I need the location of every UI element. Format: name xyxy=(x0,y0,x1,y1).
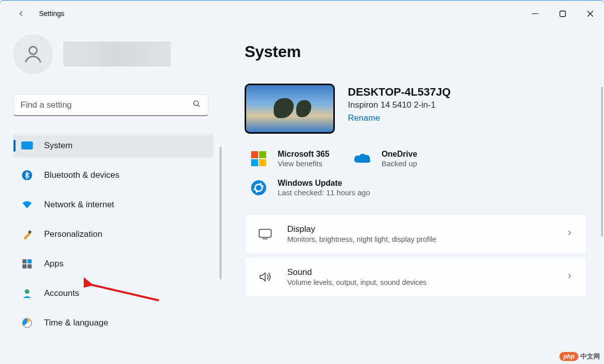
status-onedrive[interactable]: OneDrive Backed up xyxy=(353,150,417,168)
svg-rect-7 xyxy=(22,142,33,149)
m365-icon xyxy=(250,150,268,168)
status-sub: Last checked: 11 hours ago xyxy=(278,188,370,197)
display-icon xyxy=(258,228,272,239)
svg-rect-20 xyxy=(259,159,266,166)
device-block: DESKTOP-4L537JQ Inspiron 14 5410 2-in-1 … xyxy=(245,84,591,134)
chevron-right-icon xyxy=(566,229,573,238)
status-row-2: Windows Update Last checked: 11 hours ag… xyxy=(245,179,591,197)
sidebar-item-apps[interactable]: Apps xyxy=(13,252,214,276)
sidebar-item-label: Accounts xyxy=(44,288,79,298)
svg-point-21 xyxy=(251,180,266,195)
system-icon xyxy=(21,140,33,152)
svg-point-4 xyxy=(29,47,37,54)
svg-rect-18 xyxy=(259,151,266,158)
sidebar-item-label: Apps xyxy=(44,259,64,269)
person-icon xyxy=(22,43,44,65)
network-icon xyxy=(21,199,33,211)
search-input[interactable] xyxy=(21,100,192,110)
svg-rect-14 xyxy=(28,264,32,268)
device-thumbnail[interactable] xyxy=(245,84,335,134)
svg-rect-1 xyxy=(560,11,565,17)
apps-icon xyxy=(21,258,33,270)
close-icon xyxy=(587,11,593,17)
status-sub: Backed up xyxy=(381,159,417,168)
main-content: System DESKTOP-4L537JQ Inspiron 14 5410 … xyxy=(222,27,604,364)
svg-point-5 xyxy=(193,101,198,105)
svg-rect-19 xyxy=(251,159,258,166)
sidebar-item-label: Personalization xyxy=(44,229,102,239)
close-button[interactable] xyxy=(576,3,604,25)
minimize-icon xyxy=(532,11,538,17)
watermark: php 中文网 xyxy=(559,352,600,361)
personalization-icon xyxy=(21,228,33,240)
main-scrollbar[interactable] xyxy=(601,87,603,237)
avatar xyxy=(13,34,53,74)
sidebar: System Bluetooth & devices Network & int… xyxy=(0,27,222,364)
card-title: Display xyxy=(287,224,551,234)
card-display[interactable]: Display Monitors, brightness, night ligh… xyxy=(245,214,586,254)
svg-rect-17 xyxy=(251,151,258,158)
sidebar-item-label: System xyxy=(44,141,73,151)
search-icon xyxy=(192,100,201,110)
svg-point-15 xyxy=(25,289,29,294)
status-title: OneDrive xyxy=(381,150,417,159)
status-sub: View benefits xyxy=(278,159,329,168)
search-box[interactable] xyxy=(13,94,209,116)
minimize-button[interactable] xyxy=(521,3,549,25)
sound-icon xyxy=(258,271,272,282)
status-title: Windows Update xyxy=(278,179,370,188)
onedrive-icon xyxy=(353,150,371,168)
sidebar-item-label: Time & language xyxy=(44,318,108,328)
back-arrow-icon xyxy=(17,9,26,18)
sidebar-item-accounts[interactable]: Accounts xyxy=(13,281,214,305)
time-icon xyxy=(21,317,33,329)
card-sub: Volume levels, output, input, sound devi… xyxy=(287,278,551,286)
window-controls xyxy=(521,3,604,25)
app-title: Settings xyxy=(39,10,65,18)
svg-rect-22 xyxy=(259,229,271,237)
back-button[interactable] xyxy=(11,4,31,24)
update-icon xyxy=(250,179,268,197)
device-info: DESKTOP-4L537JQ Inspiron 14 5410 2-in-1 … xyxy=(348,84,451,123)
sidebar-item-time[interactable]: Time & language xyxy=(13,311,214,335)
account-name-placeholder xyxy=(63,42,171,67)
status-update[interactable]: Windows Update Last checked: 11 hours ag… xyxy=(250,179,370,197)
profile-block[interactable] xyxy=(13,34,216,74)
device-name: DESKTOP-4L537JQ xyxy=(348,86,451,99)
watermark-text: 中文网 xyxy=(580,352,600,361)
rename-button[interactable]: Rename xyxy=(348,113,380,123)
status-row: Microsoft 365 View benefits OneDrive Bac… xyxy=(245,150,591,168)
sidebar-nav: System Bluetooth & devices Network & int… xyxy=(13,134,214,335)
titlebar: Settings xyxy=(0,1,604,27)
status-m365[interactable]: Microsoft 365 View benefits xyxy=(250,150,329,168)
settings-cards: Display Monitors, brightness, night ligh… xyxy=(245,214,591,297)
svg-rect-11 xyxy=(23,259,27,263)
chevron-right-icon xyxy=(566,272,573,281)
sidebar-item-system[interactable]: System xyxy=(13,134,214,158)
card-title: Sound xyxy=(287,267,551,277)
card-sound[interactable]: Sound Volume levels, output, input, soun… xyxy=(245,257,586,297)
svg-rect-12 xyxy=(28,259,32,263)
svg-line-6 xyxy=(198,105,200,107)
maximize-button[interactable] xyxy=(549,3,576,25)
sidebar-item-bluetooth[interactable]: Bluetooth & devices xyxy=(13,163,214,187)
sidebar-item-label: Bluetooth & devices xyxy=(44,170,119,180)
page-title: System xyxy=(245,43,591,61)
bluetooth-icon xyxy=(21,169,33,181)
device-model: Inspiron 14 5410 2-in-1 xyxy=(348,100,451,110)
sidebar-item-label: Network & internet xyxy=(44,200,114,210)
sidebar-item-personalization[interactable]: Personalization xyxy=(13,222,214,246)
sidebar-item-network[interactable]: Network & internet xyxy=(13,193,214,217)
status-title: Microsoft 365 xyxy=(278,150,329,159)
maximize-icon xyxy=(559,11,566,17)
accounts-icon xyxy=(21,287,33,299)
svg-rect-13 xyxy=(23,264,27,268)
card-sub: Monitors, brightness, night light, displ… xyxy=(287,235,551,243)
watermark-logo: php xyxy=(559,352,578,361)
